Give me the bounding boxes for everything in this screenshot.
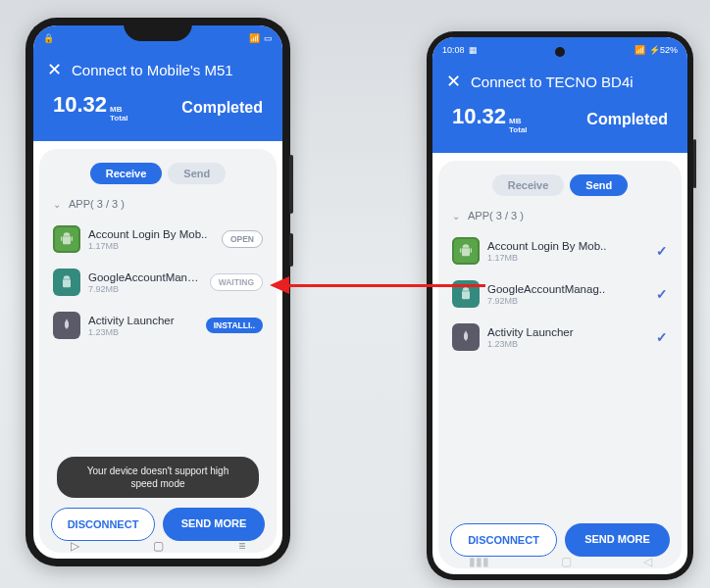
app-size: 1.17MB xyxy=(88,241,214,251)
section-header[interactable]: ⌄ APP( 3 / 3 ) xyxy=(448,210,672,221)
app-name: GoogleAccountManag.. xyxy=(88,271,202,283)
chevron-down-icon: ⌄ xyxy=(53,199,61,210)
phone-left: 🔒 📶▭ ✕ Connect to Mobile's M51 10.32 MBT… xyxy=(25,18,290,566)
phone-right: 10:08▦ 📶⚡52% ✕ Connect to TECNO BD4i 10.… xyxy=(427,31,693,580)
header: ✕ Connect to Mobile's M51 10.32 MBTotal … xyxy=(33,51,282,141)
app-name: Account Login By Mob.. xyxy=(88,228,214,240)
tab-send[interactable]: Send xyxy=(570,174,628,196)
check-icon: ✓ xyxy=(656,243,668,259)
transfer-size: 10.32 MBTotal xyxy=(53,92,128,123)
notification-icon: ▦ xyxy=(469,45,478,55)
section-label: APP( 3 / 3 ) xyxy=(468,210,524,221)
rocket-icon xyxy=(53,312,80,339)
screen-right: 10:08▦ 📶⚡52% ✕ Connect to TECNO BD4i 10.… xyxy=(432,37,687,574)
home-nav-icon[interactable]: ▢ xyxy=(153,539,164,553)
nav-bar: ▮▮▮ ▢ ◁ xyxy=(432,551,687,572)
back-nav-icon[interactable]: ◁ xyxy=(643,555,652,568)
recent-nav-icon[interactable]: ▮▮▮ xyxy=(469,555,489,568)
open-button[interactable]: OPEN xyxy=(222,230,263,248)
close-icon[interactable]: ✕ xyxy=(47,61,62,78)
lock-icon: 🔒 xyxy=(43,33,54,43)
android-icon xyxy=(53,269,80,296)
android-icon xyxy=(53,225,80,253)
page-title: Connect to TECNO BD4i xyxy=(471,74,634,90)
nav-bar: ▷ ▢ ≡ xyxy=(33,535,282,557)
app-row: Activity Launcher1.23MB INSTALLI.. xyxy=(49,304,267,347)
app-row: Account Login By Mob..1.17MB OPEN xyxy=(49,218,267,261)
signal-icon: 📶 xyxy=(249,33,260,43)
section-header[interactable]: ⌄ APP( 3 / 3 ) xyxy=(49,198,267,210)
app-row: Account Login By Mob..1.17MB ✓ xyxy=(448,229,672,272)
check-icon: ✓ xyxy=(656,329,668,345)
tab-row: Receive Send xyxy=(49,163,267,184)
tab-receive[interactable]: Receive xyxy=(492,174,565,196)
volume-button xyxy=(289,155,293,214)
tab-row: Receive Send xyxy=(448,174,672,196)
app-size: 1.23MB xyxy=(88,327,198,337)
page-title: Connect to Mobile's M51 xyxy=(72,62,233,78)
transfer-status: Completed xyxy=(586,111,668,128)
android-icon xyxy=(452,237,480,265)
app-name: Activity Launcher xyxy=(487,326,648,338)
install-button[interactable]: INSTALLI.. xyxy=(206,318,263,333)
tab-receive[interactable]: Receive xyxy=(90,163,163,184)
volume-button xyxy=(693,139,696,188)
transfer-size: 10.32 MBTotal xyxy=(452,104,528,135)
home-nav-icon[interactable]: ▢ xyxy=(561,555,572,568)
battery-label: ⚡52% xyxy=(649,45,678,55)
app-row: GoogleAccountManag..7.92MB WAITING xyxy=(49,261,267,304)
screen-left: 🔒 📶▭ ✕ Connect to Mobile's M51 10.32 MBT… xyxy=(33,25,282,559)
rocket-icon xyxy=(452,323,480,351)
recent-nav-icon[interactable]: ≡ xyxy=(238,539,245,553)
app-size: 7.92MB xyxy=(487,296,648,306)
camera-punch xyxy=(555,47,565,57)
wifi-icon: 📶 xyxy=(634,45,645,55)
app-size: 1.17MB xyxy=(487,253,648,263)
app-size: 1.23MB xyxy=(487,339,648,349)
close-icon[interactable]: ✕ xyxy=(446,73,461,90)
battery-icon: ▭ xyxy=(264,33,273,43)
arrow-annotation xyxy=(270,276,485,296)
content-panel: Receive Send ⌄ APP( 3 / 3 ) Account Logi… xyxy=(438,161,682,568)
app-row: Activity Launcher1.23MB ✓ xyxy=(448,316,672,359)
check-icon: ✓ xyxy=(656,286,668,302)
time-label: 10:08 xyxy=(442,45,465,55)
app-size: 7.92MB xyxy=(88,284,202,294)
power-button xyxy=(289,233,293,267)
app-name: Activity Launcher xyxy=(88,315,198,326)
header: ✕ Connect to TECNO BD4i 10.32 MBTotal Co… xyxy=(432,63,687,153)
tab-send[interactable]: Send xyxy=(168,163,226,184)
status-badge: WAITING xyxy=(210,273,263,291)
notch xyxy=(124,25,192,41)
content-panel: Receive Send ⌄ APP( 3 / 3 ) Account Logi… xyxy=(39,149,277,553)
app-name: Account Login By Mob.. xyxy=(487,240,648,252)
transfer-status: Completed xyxy=(181,99,263,117)
section-label: APP( 3 / 3 ) xyxy=(69,198,125,210)
toast-message: Your device doesn't support high speed m… xyxy=(57,457,259,498)
chevron-down-icon: ⌄ xyxy=(452,211,460,221)
back-nav-icon[interactable]: ▷ xyxy=(71,539,79,553)
app-name: GoogleAccountManag.. xyxy=(487,283,648,295)
